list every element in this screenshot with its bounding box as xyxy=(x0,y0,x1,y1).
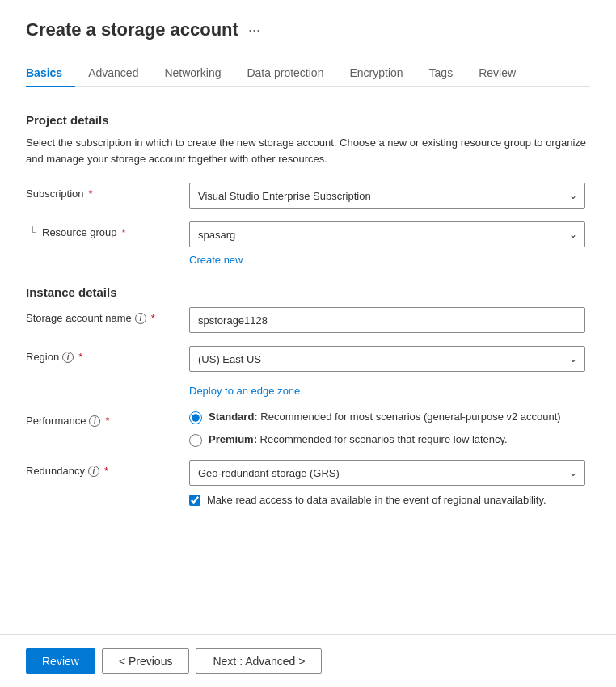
tab-networking[interactable]: Networking xyxy=(151,60,234,87)
subscription-control: Visual Studio Enterprise Subscription ⌄ xyxy=(189,183,585,209)
performance-info-icon[interactable]: i xyxy=(89,415,100,427)
resource-group-label: Resource group * xyxy=(42,221,179,238)
region-select[interactable]: (US) East US xyxy=(189,346,585,372)
instance-details-title: Instance details xyxy=(26,285,590,299)
region-control: (US) East US ⌄ xyxy=(189,346,585,372)
storage-account-name-input[interactable] xyxy=(189,307,585,333)
resource-group-row: └ Resource group * spasarg ⌄ xyxy=(26,221,590,247)
resource-group-select-wrapper: spasarg ⌄ xyxy=(189,221,585,247)
project-details-section: Project details Select the subscription … xyxy=(26,113,590,266)
redundancy-row: Redundancy i * Geo-redundant storage (GR… xyxy=(26,460,590,506)
footer: Review < Previous Next : Advanced > xyxy=(0,634,616,687)
subscription-select-wrapper: Visual Studio Enterprise Subscription ⌄ xyxy=(189,183,585,209)
performance-standard-radio[interactable] xyxy=(189,411,202,424)
deploy-edge-link[interactable]: Deploy to an edge zone xyxy=(189,385,590,397)
project-details-description: Select the subscription in which to crea… xyxy=(26,135,590,166)
tab-tags[interactable]: Tags xyxy=(416,60,466,87)
previous-button[interactable]: < Previous xyxy=(102,648,190,674)
redundancy-info-icon[interactable]: i xyxy=(88,466,99,477)
region-select-wrapper: (US) East US ⌄ xyxy=(189,346,585,372)
more-options-icon[interactable]: ··· xyxy=(248,22,260,39)
region-row: Region i * (US) East US ⌄ xyxy=(26,346,590,372)
storage-name-info-icon[interactable]: i xyxy=(135,313,146,324)
performance-standard-label: Standard: Recommended for most scenarios… xyxy=(209,410,561,424)
resource-group-control: spasarg ⌄ xyxy=(189,221,585,247)
storage-account-name-control xyxy=(189,307,585,333)
subscription-label: Subscription * xyxy=(26,183,179,200)
storage-account-name-row: Storage account name i * xyxy=(26,307,590,333)
project-details-title: Project details xyxy=(26,113,590,127)
subscription-row: Subscription * Visual Studio Enterprise … xyxy=(26,183,590,209)
redundancy-select-wrapper: Geo-redundant storage (GRS) ⌄ xyxy=(189,460,585,486)
performance-row: Performance i * Standard: Recommended fo… xyxy=(26,410,590,447)
performance-standard-option[interactable]: Standard: Recommended for most scenarios… xyxy=(189,410,585,424)
next-button[interactable]: Next : Advanced > xyxy=(196,648,322,674)
region-info-icon[interactable]: i xyxy=(62,352,74,363)
tab-encryption[interactable]: Encryption xyxy=(336,60,416,87)
performance-control: Standard: Recommended for most scenarios… xyxy=(189,410,585,447)
page-title: Create a storage account xyxy=(26,19,238,40)
redundancy-control: Geo-redundant storage (GRS) ⌄ Make read … xyxy=(189,460,585,506)
tab-review[interactable]: Review xyxy=(466,60,529,87)
subscription-select[interactable]: Visual Studio Enterprise Subscription xyxy=(189,183,585,209)
tab-basics[interactable]: Basics xyxy=(26,60,75,87)
storage-account-name-label: Storage account name i * xyxy=(26,307,179,324)
read-access-row: Make read access to data available in th… xyxy=(189,494,585,506)
review-button[interactable]: Review xyxy=(26,648,95,674)
performance-premium-label: Premium: Recommended for scenarios that … xyxy=(209,432,508,447)
read-access-label: Make read access to data available in th… xyxy=(207,494,546,506)
performance-radio-group: Standard: Recommended for most scenarios… xyxy=(189,410,585,447)
region-label: Region i * xyxy=(26,346,179,363)
performance-premium-radio[interactable] xyxy=(189,434,202,447)
instance-details-section: Instance details Storage account name i … xyxy=(26,285,590,506)
tab-data-protection[interactable]: Data protection xyxy=(234,60,336,87)
performance-label: Performance i * xyxy=(26,410,179,427)
tab-bar: Basics Advanced Networking Data protecti… xyxy=(26,60,590,87)
tab-advanced[interactable]: Advanced xyxy=(75,60,151,87)
redundancy-select[interactable]: Geo-redundant storage (GRS) xyxy=(189,460,585,486)
resource-group-select[interactable]: spasarg xyxy=(189,221,585,247)
create-new-link[interactable]: Create new xyxy=(189,254,243,266)
resource-group-label-wrapper: └ Resource group * xyxy=(26,221,179,238)
performance-premium-option[interactable]: Premium: Recommended for scenarios that … xyxy=(189,432,585,447)
read-access-checkbox[interactable] xyxy=(189,495,200,506)
redundancy-label: Redundancy i * xyxy=(26,460,179,477)
